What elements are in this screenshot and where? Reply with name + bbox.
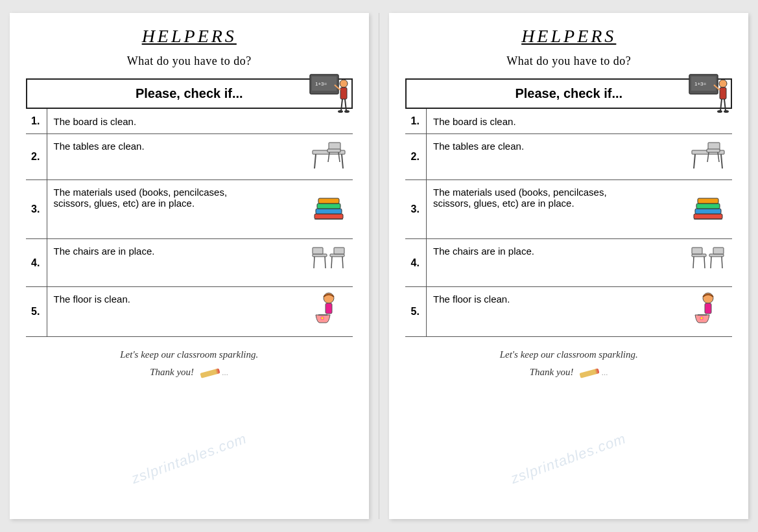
svg-line-12 — [342, 154, 343, 168]
svg-rect-18 — [316, 209, 342, 214]
svg-line-40 — [720, 99, 722, 111]
svg-point-3 — [340, 80, 348, 87]
books-icon-right — [689, 194, 729, 230]
svg-line-59 — [693, 257, 694, 268]
books-icon-left — [309, 194, 349, 230]
item-num: 1. — [405, 109, 426, 134]
check-box-left: Please, check if... — [26, 78, 353, 109]
desk-icon-left — [309, 137, 349, 171]
item-num: 5. — [26, 287, 47, 337]
svg-rect-31 — [326, 303, 332, 314]
desk-icon-right — [689, 137, 729, 171]
table-row: 5. The floor is clean. — [26, 287, 353, 337]
svg-text:1+3=: 1+3= — [315, 81, 327, 87]
svg-line-46 — [694, 154, 695, 168]
svg-point-7 — [338, 110, 343, 113]
title-right: HELPERS — [405, 26, 732, 47]
svg-line-64 — [722, 257, 722, 268]
item-num: 2. — [26, 134, 47, 180]
svg-rect-27 — [334, 248, 344, 254]
item-num: 1. — [26, 109, 47, 134]
board-icon-right: 1+3= — [688, 73, 732, 119]
floor-icon-left — [309, 290, 349, 328]
svg-point-38 — [719, 80, 727, 87]
svg-point-34 — [321, 318, 323, 319]
item-text: The materials used (books, pencilcases, … — [426, 180, 732, 239]
svg-line-5 — [341, 99, 342, 111]
svg-rect-4 — [340, 87, 347, 99]
svg-point-42 — [717, 110, 722, 113]
subtitle-right: What do you have to do? — [405, 54, 732, 68]
title-left: HELPERS — [26, 26, 353, 47]
watermark-left: zslprintables.com — [18, 389, 361, 528]
svg-rect-17 — [314, 214, 343, 219]
svg-rect-20 — [318, 198, 339, 203]
svg-rect-54 — [696, 203, 720, 209]
svg-rect-57 — [692, 254, 706, 257]
subtitle-left: What do you have to do? — [26, 54, 353, 68]
item-num: 5. — [405, 287, 426, 337]
table-row: 2. The tables are clean. — [405, 134, 732, 180]
table-row: 4. The chairs are in place. — [405, 239, 732, 287]
item-text: The tables are clean. — [47, 134, 353, 180]
table-row: 5. The floor is clean. — [405, 287, 732, 337]
floor-icon-right — [689, 290, 729, 328]
svg-rect-26 — [330, 254, 344, 257]
check-box-right: Please, check if... — [405, 78, 732, 109]
pencil-icon-right — [580, 368, 600, 378]
svg-line-24 — [314, 257, 314, 268]
item-num: 4. — [405, 239, 426, 287]
item-num: 2. — [405, 134, 426, 180]
card-right: zslprintables.com HELPERS What do you ha… — [389, 13, 748, 519]
svg-rect-55 — [698, 198, 718, 203]
svg-rect-53 — [695, 209, 721, 214]
svg-text:1+3=: 1+3= — [694, 81, 707, 87]
item-text: The materials used (books, pencilcases, … — [47, 180, 353, 239]
svg-line-29 — [342, 257, 343, 268]
item-text: The floor is clean. — [426, 287, 732, 337]
card-left: zslprintables.com HELPERS What do you ha… — [10, 13, 369, 519]
table-row: 2. The tables are clean. — [26, 134, 353, 180]
svg-rect-58 — [692, 248, 702, 254]
svg-rect-23 — [313, 248, 323, 254]
svg-rect-66 — [705, 303, 711, 314]
svg-line-63 — [711, 257, 711, 268]
svg-line-28 — [331, 257, 332, 268]
table-row: 4. The chairs are in place. — [26, 239, 353, 287]
page-wrapper: zslprintables.com HELPERS What do you ha… — [0, 0, 758, 532]
footer-left: Let's keep our classroom sparkling. Than… — [26, 346, 353, 381]
pencil-icon-left — [200, 368, 220, 378]
chairs-icon-left — [309, 242, 349, 278]
footer-right: Let's keep our classroom sparkling. Than… — [405, 346, 732, 381]
item-num: 3. — [405, 180, 426, 239]
item-text: The board is clean. — [47, 109, 353, 134]
table-row: 3. The materials used (books, pencilcase… — [405, 180, 732, 239]
items-table-left: 1. The board is clean. 2. The tables are… — [26, 109, 353, 337]
svg-point-43 — [724, 110, 729, 113]
items-table-right: 1. The board is clean. 2. The tables are… — [405, 109, 732, 337]
item-text: The floor is clean. — [47, 287, 353, 337]
svg-line-6 — [345, 99, 346, 111]
svg-point-69 — [701, 318, 703, 319]
item-text: The chairs are in place. — [47, 239, 353, 287]
svg-rect-22 — [313, 254, 327, 257]
svg-rect-19 — [317, 203, 340, 209]
table-row: 1. The board is clean. — [26, 109, 353, 134]
item-text: The tables are clean. — [426, 134, 732, 180]
watermark-right: zslprintables.com — [397, 389, 740, 528]
item-num: 3. — [26, 180, 47, 239]
table-row: 1. The board is clean. — [405, 109, 732, 134]
svg-rect-39 — [720, 87, 726, 99]
board-icon-left: 1+3= — [309, 73, 353, 119]
svg-line-41 — [724, 99, 726, 111]
chairs-icon-right — [689, 242, 729, 278]
item-text: The chairs are in place. — [426, 239, 732, 287]
svg-point-8 — [344, 110, 349, 113]
svg-line-60 — [704, 257, 705, 268]
svg-rect-62 — [713, 248, 724, 254]
page-divider — [379, 13, 380, 519]
item-text: The board is clean. — [426, 109, 732, 134]
svg-line-25 — [325, 257, 326, 268]
svg-line-47 — [721, 154, 722, 168]
svg-rect-49 — [707, 149, 720, 152]
